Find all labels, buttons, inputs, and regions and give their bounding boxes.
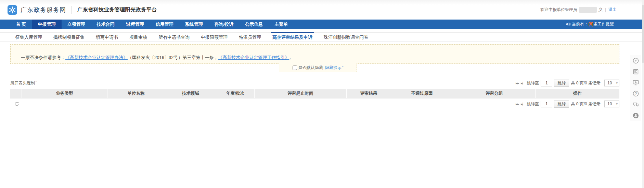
table-footer: ▸▸ ▸| 跳转至 跳转 共 0 页/0 条记录 10 ▾ — [10, 101, 619, 108]
scrollbar[interactable] — [642, 0, 644, 188]
expand-header-toggle[interactable]: 展开表头定制ˇ — [10, 80, 37, 86]
pagination: ▸▸ ▸| 跳转至 跳转 共 0 页/0 条记录 10 ▾ — [516, 80, 619, 87]
fast-forward-icon[interactable]: ▸▸ — [516, 102, 519, 106]
column-header-select — [10, 89, 22, 98]
user-name-redacted — [579, 7, 597, 13]
notice-text-segment: （国科发火〔2016〕32号）第三章第十一条， — [128, 55, 218, 60]
main-navbar: 首 页申报管理立项管理技术合同过程管理信用管理系统管理咨询/投诉公示信息主菜单 … — [0, 20, 644, 29]
subnav-tab[interactable]: 填写申请书 — [96, 33, 118, 42]
record-summary: 共 0 页/0 条记录 — [571, 101, 601, 107]
refresh-icon[interactable] — [14, 102, 19, 106]
svg-text:?: ? — [634, 92, 636, 95]
caret-down-icon: ▾ — [616, 102, 618, 106]
nav-item[interactable]: 立项管理 — [62, 20, 91, 29]
notice-link[interactable]: 《高新技术企业认定管理工作指引》 — [218, 55, 289, 60]
nav-item[interactable]: 主菜单 — [269, 20, 294, 29]
nav-item[interactable]: 申报管理 — [32, 20, 62, 29]
last-page-icon[interactable]: ▸| — [521, 102, 523, 106]
page-number-input[interactable] — [541, 80, 552, 86]
platform-title: 广东省科技业务管理阳光政务平台 — [77, 7, 157, 13]
column-header-单位名称: 单位名称 — [107, 89, 165, 98]
subnav-tab[interactable]: 申报限额管理 — [201, 33, 228, 42]
column-header-不通过原因: 不通过原因 — [391, 89, 453, 98]
record-summary: 共 0 页/0 条记录 — [571, 80, 601, 86]
brand-divider — [72, 6, 72, 14]
page: 广东政务服务网 广东省科技业务管理阳光政务平台 欢迎申报单位管理员 义 | 退出… — [0, 0, 644, 188]
subnav-tab[interactable]: 高企评审结果及申诉 — [272, 33, 312, 42]
jump-button[interactable]: 跳转 — [554, 101, 569, 108]
page-size-select[interactable]: 10 ▾ — [604, 80, 619, 86]
results-table: 业务类型单位名称技术领域年度/批次评审起止时间评审结果不通过原因评审分组操作 — [10, 89, 619, 98]
site-name: 广东政务服务网 — [21, 6, 66, 14]
jump-to-label: 跳转至 — [527, 101, 539, 107]
main-nav: 首 页申报管理立项管理技术合同过程管理信用管理系统管理咨询/投诉公示信息主菜单 — [10, 20, 294, 29]
reminder-count: (8) — [588, 20, 593, 29]
jump-button[interactable]: 跳转 — [554, 80, 569, 87]
column-header-评审起止时间: 评审起止时间 — [255, 89, 347, 98]
nav-item[interactable]: 公示信息 — [239, 20, 269, 29]
welcome-text: 欢迎申报单位管理员 — [540, 7, 577, 13]
profile-icon[interactable] — [630, 110, 641, 121]
work-reminder[interactable]: 当前有：(8)条工作提醒 — [566, 20, 614, 29]
notice-text-segment: 。 — [289, 55, 294, 60]
last-page-icon[interactable]: ▸| — [521, 81, 523, 85]
news-icon[interactable] — [630, 66, 641, 77]
remote-desktop-icon[interactable] — [630, 77, 641, 88]
nav-item[interactable]: 技术合同 — [91, 20, 120, 29]
column-header-业务类型: 业务类型 — [22, 89, 107, 98]
hide-checkbox-label: 是否默认隐藏 — [298, 65, 323, 71]
user-separator: | — [605, 8, 606, 12]
fast-forward-icon[interactable]: ▸▸ — [516, 81, 519, 85]
table-header-row: 业务类型单位名称技术领域年度/批次评审起止时间评审结果不通过原因评审分组操作 — [10, 89, 619, 98]
hide-tip-link[interactable]: 隐藏提示 — [325, 65, 342, 71]
page-size-select[interactable]: 10 ▾ — [604, 101, 619, 107]
notice-wrap: 一票否决条件请参考：《高新技术企业认定管理办法》（国科发火〔2016〕32号）第… — [10, 44, 619, 64]
page-size-value: 10 — [607, 102, 612, 106]
page-number-input[interactable] — [541, 101, 552, 107]
subnav: 征集入库管理揭榜制项目征集填写申请书项目审核所有申请书查询申报限额管理特派员管理… — [0, 32, 644, 42]
column-header-评审分组: 评审分组 — [453, 89, 535, 98]
help-icon[interactable]: ? — [630, 88, 641, 99]
column-header-操作: 操作 — [535, 89, 619, 98]
feedback-icon[interactable] — [630, 99, 641, 110]
notice-text: 一票否决条件请参考：《高新技术企业认定管理办法》（国科发火〔2016〕32号）第… — [21, 55, 294, 60]
notice-box: 一票否决条件请参考：《高新技术企业认定管理办法》（国科发火〔2016〕32号）第… — [10, 44, 619, 64]
notice-text-segment: 一票否决条件请参考： — [21, 55, 65, 60]
reminder-prefix: 当前有： — [572, 20, 588, 29]
pagination: ▸▸ ▸| 跳转至 跳转 共 0 页/0 条记录 10 ▾ — [516, 101, 619, 108]
hide-default-checkbox[interactable] — [293, 66, 297, 70]
jump-to-label: 跳转至 — [527, 80, 539, 86]
nav-item[interactable]: 系统管理 — [179, 20, 209, 29]
column-header-年度/批次: 年度/批次 — [216, 89, 255, 98]
column-header-评审结果: 评审结果 — [347, 89, 391, 98]
collapse-caret-icon: ˆ — [342, 66, 344, 70]
site-logo-icon — [8, 5, 17, 15]
table-toolbar: 展开表头定制ˇ ▸▸ ▸| 跳转至 跳转 共 0 页/0 条记录 10 ▾ — [10, 80, 619, 86]
speaker-icon — [566, 22, 570, 26]
content: 一票否决条件请参考：《高新技术企业认定管理办法》（国科发火〔2016〕32号）第… — [0, 44, 644, 108]
notice-link[interactable]: 《高新技术企业认定管理办法》 — [65, 55, 128, 60]
subnav-tab[interactable]: 揭榜制项目征集 — [53, 33, 85, 42]
compass-icon[interactable] — [630, 55, 641, 66]
nav-item[interactable]: 首 页 — [10, 20, 32, 29]
expand-header-label: 展开表头定制 — [10, 81, 35, 85]
subnav-tab[interactable]: 珠江创新指数调查问卷 — [324, 33, 368, 42]
caret-down-icon: ˇ — [36, 81, 37, 85]
user-area: 欢迎申报单位管理员 义 | 退出 — [540, 7, 617, 13]
page-size-value: 10 — [607, 81, 612, 85]
column-header-技术领域: 技术领域 — [165, 89, 216, 98]
nav-item[interactable]: 信用管理 — [150, 20, 179, 29]
logout-link[interactable]: 退出 — [608, 7, 617, 13]
nav-item[interactable]: 咨询/投诉 — [209, 20, 240, 29]
nav-item[interactable]: 过程管理 — [120, 20, 150, 29]
caret-down-icon: ▾ — [616, 81, 618, 85]
reminder-suffix: 条工作提醒 — [593, 20, 614, 29]
user-name-suffix: 义 — [598, 7, 603, 13]
subnav-tab[interactable]: 项目审核 — [129, 33, 147, 42]
subnav-tab[interactable]: 征集入库管理 — [15, 33, 42, 42]
scrollbar-thumb[interactable] — [642, 5, 644, 63]
side-toolbar: ? — [630, 55, 641, 121]
top-header: 广东政务服务网 广东省科技业务管理阳光政务平台 欢迎申报单位管理员 义 | 退出 — [0, 0, 644, 20]
subnav-tab[interactable]: 特派员管理 — [239, 33, 261, 42]
subnav-tab[interactable]: 所有申请书查询 — [158, 33, 190, 42]
